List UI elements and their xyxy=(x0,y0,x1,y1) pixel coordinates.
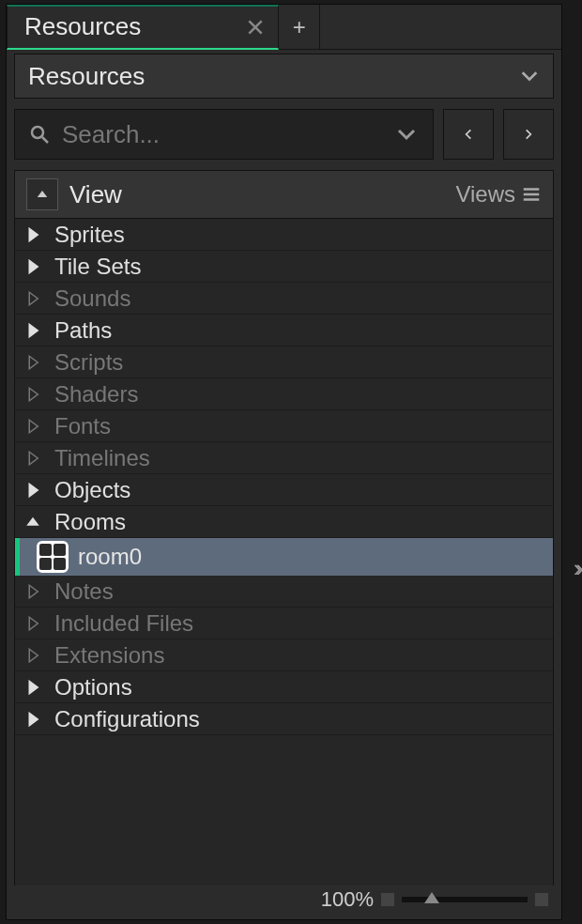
tree-node[interactable]: Timelines xyxy=(15,442,553,474)
expand-arrow-icon xyxy=(24,450,41,467)
tree-node-label: Extensions xyxy=(54,642,164,669)
expand-arrow-icon xyxy=(24,514,41,531)
tree-node-label: Options xyxy=(54,674,132,701)
zoom-out-button[interactable] xyxy=(381,893,394,906)
expand-arrow-icon xyxy=(24,679,41,696)
nav-next-button[interactable] xyxy=(503,109,554,160)
expand-arrow-icon xyxy=(24,647,41,664)
tree-node-label: Rooms xyxy=(54,509,126,535)
expand-arrow-icon xyxy=(24,322,41,339)
tree-node-label: Timelines xyxy=(54,445,150,471)
search-dropdown[interactable] xyxy=(393,123,420,146)
tree-node[interactable]: Paths xyxy=(15,315,553,346)
chevron-down-icon xyxy=(395,123,418,146)
search-icon xyxy=(28,123,51,146)
tree-node-label: Sounds xyxy=(54,285,130,312)
tree-node-label: Fonts xyxy=(54,413,111,439)
tree-node[interactable]: Sprites xyxy=(15,219,553,251)
tree-node[interactable]: Included Files xyxy=(15,608,553,639)
chevron-right-icon xyxy=(522,128,535,141)
search-input[interactable] xyxy=(62,120,382,149)
tree-node-label: Sprites xyxy=(54,222,125,248)
expand-arrow-icon xyxy=(24,615,41,632)
expand-arrow-icon xyxy=(24,386,41,403)
zoom-slider[interactable] xyxy=(402,897,528,902)
nav-prev-button[interactable] xyxy=(443,109,494,160)
expand-arrow-icon xyxy=(24,583,41,600)
tree-node[interactable]: Configurations xyxy=(15,703,553,735)
tree-node-label: Tile Sets xyxy=(54,254,141,280)
tree-node-label: Paths xyxy=(54,317,112,344)
tree-node-label: Shaders xyxy=(54,381,138,408)
tree-node-label: Objects xyxy=(54,477,130,503)
expand-arrow-icon xyxy=(24,711,41,728)
expand-arrow-icon xyxy=(24,482,41,499)
menu-icon xyxy=(521,184,542,205)
expand-arrow-icon xyxy=(24,258,41,275)
resource-tree: SpritesTile SetsSoundsPathsScriptsShader… xyxy=(14,219,554,886)
panel-header[interactable]: Resources xyxy=(14,54,554,99)
add-tab-button[interactable]: + xyxy=(279,5,320,50)
tree-node-label: Configurations xyxy=(54,706,200,732)
tree-node-label: Notes xyxy=(54,578,114,605)
close-icon[interactable] xyxy=(244,16,267,38)
tree-node[interactable]: Notes xyxy=(15,576,553,608)
tree-child-label: room0 xyxy=(78,544,142,570)
slider-thumb[interactable] xyxy=(424,892,439,903)
room-icon xyxy=(37,541,69,573)
zoom-in-button[interactable] xyxy=(535,893,548,906)
collapse-panel-button[interactable]: ›› xyxy=(574,554,578,583)
chevron-down-icon xyxy=(519,66,540,86)
views-menu-button[interactable]: Views xyxy=(455,181,542,208)
view-header: View Views xyxy=(14,170,554,219)
tree-node[interactable]: Scripts xyxy=(15,346,553,378)
panel-title: Resources xyxy=(28,62,145,91)
tab-bar: Resources + xyxy=(7,5,561,50)
tree-child[interactable]: room0 xyxy=(15,538,553,576)
expand-arrow-icon xyxy=(24,290,41,307)
tree-node-label: Scripts xyxy=(54,349,123,376)
tree-node-label: Included Files xyxy=(54,610,193,637)
tree-node[interactable]: Sounds xyxy=(15,283,553,315)
tree-node[interactable]: Rooms xyxy=(15,506,553,538)
tab-label: Resources xyxy=(24,12,141,41)
tree-node[interactable]: Options xyxy=(15,671,553,703)
svg-point-0 xyxy=(32,127,43,138)
search-row xyxy=(14,108,554,161)
tree-node[interactable]: Fonts xyxy=(15,410,553,442)
zoom-text: 100% xyxy=(321,887,374,912)
chevron-left-icon xyxy=(462,128,475,141)
view-label: View xyxy=(69,180,122,209)
tree-node[interactable]: Extensions xyxy=(15,639,553,671)
tab-resources[interactable]: Resources xyxy=(7,5,279,50)
status-bar: 100% xyxy=(14,886,554,914)
views-menu-label: Views xyxy=(455,181,515,208)
tree-node[interactable]: Shaders xyxy=(15,378,553,410)
tree-node[interactable]: Tile Sets xyxy=(15,251,553,283)
expand-icon[interactable] xyxy=(26,178,58,210)
expand-arrow-icon xyxy=(24,354,41,371)
expand-arrow-icon xyxy=(24,418,41,435)
search-box[interactable] xyxy=(14,109,434,160)
tree-node[interactable]: Objects xyxy=(15,474,553,506)
expand-arrow-icon xyxy=(24,226,41,243)
